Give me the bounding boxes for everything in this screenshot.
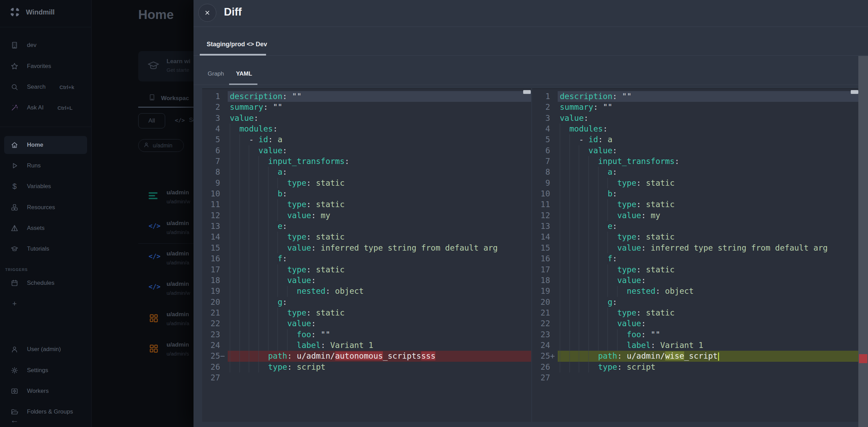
- tab-staging-prod-dev[interactable]: Staging/prod <> Dev: [207, 41, 267, 48]
- indent-guide: [579, 199, 588, 210]
- filter-all-button[interactable]: All: [138, 113, 165, 128]
- list-item[interactable]: u/admin u/admin/w: [138, 189, 194, 208]
- code-line: 13e:: [202, 221, 531, 232]
- indent-guide: [607, 329, 617, 340]
- code-token: static: [316, 308, 345, 317]
- indent-guide: [560, 134, 569, 145]
- sidebar-item-schedules[interactable]: Schedules: [0, 275, 91, 291]
- code-line-content: e:: [558, 221, 859, 232]
- code-token: value: [617, 243, 641, 252]
- owner-filter-button[interactable]: u/admin: [138, 139, 184, 152]
- windmill-logo-icon: [10, 7, 20, 17]
- learn-windmill-card[interactable]: Learn wi Get starte: [138, 51, 194, 81]
- code-token: :: [651, 341, 660, 350]
- list-item[interactable]: u/admin u/admin/s: [138, 341, 194, 361]
- code-token: :: [641, 319, 646, 328]
- indent-guide: [579, 264, 588, 275]
- app-logo[interactable]: Windmill: [10, 7, 55, 17]
- sidebar-item-assets[interactable]: Assets: [0, 221, 91, 236]
- list-item[interactable]: u/admin u/admin/a: [138, 311, 194, 330]
- code-line-content: label: Variant 1: [558, 340, 859, 351]
- code-token: _script: [684, 351, 718, 360]
- sidebar-item-workers[interactable]: Workers: [0, 384, 91, 399]
- worker-box-icon: [10, 387, 19, 395]
- code-line-content: b:: [558, 188, 859, 199]
- code-token: :: [641, 243, 651, 252]
- code-line-content: foo: "": [558, 329, 859, 340]
- line-number: 4: [202, 124, 228, 134]
- code-token: e: [277, 222, 282, 231]
- sidebar-item-user[interactable]: User (admin): [0, 342, 91, 357]
- indent-guide: [230, 145, 239, 156]
- indent-guide: [249, 351, 258, 361]
- close-button[interactable]: [198, 4, 216, 22]
- sidebar-item-variables[interactable]: $ Variables: [0, 179, 91, 194]
- tab-graph[interactable]: Graph: [208, 70, 224, 77]
- code-token: :: [636, 232, 646, 241]
- filter-scripts-button[interactable]: </> Sc: [175, 117, 194, 124]
- collapse-sidebar-arrow-icon[interactable]: ←: [10, 415, 19, 425]
- indent-guide: [249, 188, 258, 199]
- sidebar-item-resources[interactable]: Resources: [0, 200, 91, 215]
- sidebar-item-settings[interactable]: Settings: [0, 363, 91, 378]
- scrollbar-thumb[interactable]: [523, 90, 531, 94]
- scrollbar-thumb[interactable]: [851, 90, 858, 94]
- sidebar-item-label: Schedules: [27, 280, 54, 287]
- insert-cursor: [718, 352, 719, 361]
- sidebar-item-search[interactable]: Search Ctrl+k: [0, 79, 91, 95]
- code-line-content: path: u/admin/autonomous_scriptssss: [228, 351, 531, 361]
- line-number: 25+: [532, 351, 558, 361]
- list-item[interactable]: </> u/admin u/admin/a: [138, 220, 194, 239]
- code-token: u/admin/: [627, 351, 665, 360]
- indent-guide: [239, 199, 249, 210]
- diff-editor-left[interactable]: 1description: ""2summary: ""3value:4modu…: [202, 88, 531, 422]
- drawer-scrollbar[interactable]: [858, 56, 868, 427]
- code-line-content: a:: [558, 167, 859, 177]
- code-token: label: [297, 341, 321, 350]
- indent-guide: [579, 351, 588, 361]
- indent-guide: [239, 156, 249, 167]
- add-trigger-button[interactable]: +: [0, 296, 91, 311]
- calendar-icon: [10, 279, 19, 287]
- tab-yaml[interactable]: YAML: [236, 70, 252, 77]
- indent-guide: [607, 286, 617, 297]
- sidebar-item-ask-ai[interactable]: Ask AI Ctrl+L: [0, 100, 91, 115]
- code-token: static: [316, 265, 345, 274]
- indent-guide: [277, 210, 287, 221]
- code-line-content: value:: [228, 275, 531, 286]
- code-token: :: [345, 157, 349, 166]
- indent-guide: [617, 329, 627, 340]
- indent-guide: [268, 221, 278, 232]
- line-number: 24: [202, 340, 228, 351]
- sidebar-item-home[interactable]: Home: [4, 136, 87, 154]
- sidebar-item-workspace[interactable]: dev: [0, 38, 91, 53]
- indent-guide: [239, 340, 249, 351]
- list-item[interactable]: </> u/admin u/admin/a: [138, 250, 194, 270]
- line-number: 17: [202, 264, 228, 275]
- code-token: static: [316, 200, 345, 209]
- indent-guide: [230, 318, 239, 329]
- code-token: static: [316, 232, 345, 241]
- code-line-content: type: static: [558, 199, 859, 210]
- code-token: "": [273, 103, 283, 111]
- code-line: 18value:: [532, 275, 859, 286]
- indent-guide: [230, 199, 239, 210]
- code-token: "": [292, 92, 302, 101]
- indent-guide: [268, 286, 278, 297]
- diff-editor-right[interactable]: 1description: ""2summary: ""3value:4modu…: [532, 88, 859, 422]
- indent-guide: [588, 275, 598, 286]
- indent-guide: [249, 264, 258, 275]
- cubes-icon: [10, 204, 19, 211]
- code-token: path: [268, 351, 287, 360]
- indent-guide: [249, 232, 258, 242]
- indent-guide: [249, 221, 258, 232]
- sidebar-item-tutorials[interactable]: Tutorials: [0, 241, 91, 256]
- list-item[interactable]: </> u/admin u/admin/w: [138, 281, 194, 300]
- sidebar-item-runs[interactable]: Runs: [0, 158, 91, 173]
- indent-guide: [249, 329, 258, 340]
- line-number: 4: [532, 124, 558, 134]
- tab-workspace[interactable]: Workspac: [149, 94, 189, 103]
- code-line: 10b:: [532, 188, 859, 199]
- indent-guide: [258, 210, 268, 221]
- sidebar-item-favorites[interactable]: Favorites: [0, 59, 91, 74]
